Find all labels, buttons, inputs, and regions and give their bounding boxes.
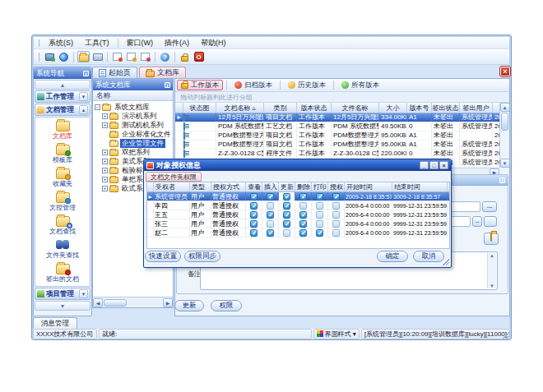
version-button-3[interactable]: 所有版本 [337, 80, 383, 90]
mail-archive-icon[interactable] [125, 51, 137, 62]
tab-home[interactable]: 起始页 [92, 67, 137, 78]
column-header[interactable]: 版本号 [407, 103, 432, 113]
permission-row[interactable]: 王五用户普通授权2009-6-4 0:00:009999-12-31 23:59… [147, 210, 449, 219]
scroll-right-icon[interactable]: ▶ [163, 298, 173, 307]
checked-checkbox[interactable] [267, 229, 274, 237]
expand-icon[interactable]: + [102, 122, 108, 128]
sidebar-item-1[interactable]: 模板库 [35, 145, 90, 168]
mail-new-icon[interactable] [111, 51, 123, 62]
unchecked-checkbox[interactable] [316, 211, 323, 219]
checked-checkbox[interactable] [316, 193, 323, 201]
checked-checkbox[interactable] [250, 229, 258, 237]
expand-icon[interactable]: + [102, 177, 108, 182]
ellipsis-button[interactable]: ... [482, 201, 497, 212]
version-button-2[interactable]: 历史版本 [284, 80, 330, 90]
scroll-down-icon[interactable]: ▼ [500, 159, 510, 168]
globe-icon[interactable] [58, 51, 70, 62]
expand-icon[interactable]: + [102, 159, 108, 164]
minimize-button[interactable]: _ [420, 161, 429, 169]
expand-icon[interactable]: + [102, 113, 108, 119]
column-header[interactable]: 打印 [312, 182, 328, 191]
column-header[interactable]: 查看 [246, 182, 262, 191]
mail-send-icon[interactable] [139, 51, 151, 62]
update-button[interactable]: 更新 [174, 300, 204, 311]
ok-button[interactable]: 确定 [377, 251, 408, 262]
version-button-0[interactable]: 工作版本 [177, 80, 223, 90]
scroll-up-icon[interactable]: ▲ [500, 103, 510, 112]
close-button[interactable]: × [439, 161, 448, 169]
unchecked-checkbox[interactable] [299, 202, 307, 210]
pin-icon[interactable] [499, 178, 505, 183]
unchecked-checkbox[interactable] [267, 202, 274, 210]
version-button-1[interactable]: 归档版本 [230, 80, 276, 90]
checked-checkbox[interactable] [316, 229, 323, 237]
table-vertical-scrollbar[interactable]: ▲▼ [499, 103, 509, 168]
menu-item[interactable]: 系统(S) [43, 37, 79, 49]
lock-icon[interactable] [179, 51, 191, 62]
unchecked-checkbox[interactable] [267, 220, 274, 228]
sidebar-group-project[interactable]: 项目管理▼ [35, 288, 90, 300]
checked-checkbox[interactable] [299, 229, 307, 237]
column-header[interactable]: 插入 [262, 182, 279, 191]
menu-item[interactable]: 插件(A) [159, 37, 195, 49]
sidebar-more-button[interactable]: ▼ [35, 301, 90, 311]
checked-checkbox[interactable] [283, 193, 290, 201]
tree-node[interactable]: +双把系列 [93, 148, 173, 157]
permission-sync-button[interactable]: 权限同步 [184, 251, 220, 262]
help-icon[interactable]: ? [159, 51, 171, 62]
checked-checkbox[interactable] [283, 220, 290, 228]
checked-checkbox[interactable] [250, 193, 258, 201]
tree-node[interactable]: +测试机机系列 [93, 121, 173, 130]
checked-checkbox[interactable] [299, 211, 307, 219]
expand-icon[interactable]: + [102, 168, 108, 173]
table-row[interactable]: PDM数据整理方案.doc项目文档工作版本PDM数据整理方案.doc95.00K… [175, 131, 509, 141]
tree-node[interactable]: +演示机系列 [93, 112, 173, 121]
permission-row[interactable]: 李四用户普通授权2009-6-4 0:00:009999-12-31 23:59… [147, 201, 449, 210]
unchecked-checkbox[interactable] [316, 202, 323, 210]
window-resize-grip[interactable] [502, 331, 509, 339]
collapse-icon[interactable]: − [95, 104, 100, 110]
message-management-tab[interactable]: 消息管理 [33, 317, 77, 329]
unchecked-checkbox[interactable] [332, 229, 340, 237]
folder-icon[interactable] [77, 51, 90, 62]
tree-node[interactable]: 企业管理文件 [93, 139, 173, 148]
sidebar-item-0[interactable]: 文档库 [35, 121, 90, 145]
table-row[interactable]: ▸12月5日万兴隆两行..项目文档工作版本12月5日万兴隆两行..334.00K… [175, 113, 509, 122]
column-header[interactable]: 授权 [328, 182, 345, 191]
dialog-resize-grip[interactable] [443, 259, 449, 265]
tree-column-header[interactable]: 名称 [93, 90, 173, 101]
note-scrollbar[interactable]: ▲▼ [487, 253, 496, 288]
column-header[interactable]: 受权者 [154, 182, 190, 191]
browse-button[interactable] [484, 216, 497, 227]
scroll-left-icon[interactable]: ◀ [93, 298, 103, 307]
checked-checkbox[interactable] [332, 193, 340, 201]
tree-horizontal-scrollbar[interactable]: ◀▶ [93, 297, 173, 307]
column-header[interactable]: 结束时间 [392, 182, 448, 191]
table-row[interactable]: PDM数据整理方案2.doc项目文档工作版本PDM数据整理方案2.doc95.0… [175, 141, 509, 150]
scroll-thumb[interactable] [501, 113, 508, 131]
column-header[interactable]: 大小 [379, 103, 407, 113]
checked-checkbox[interactable] [283, 202, 290, 210]
tab-library[interactable]: 文档库 [139, 67, 186, 78]
dialog-title-bar[interactable]: 对象授权信息 _ □ × [144, 159, 451, 171]
column-header[interactable]: 授权方式 [211, 182, 246, 191]
checked-checkbox[interactable] [250, 211, 258, 219]
sidebar-item-4[interactable]: 文档查找 [35, 216, 90, 240]
unchecked-checkbox[interactable] [316, 220, 323, 228]
checked-checkbox[interactable] [299, 220, 307, 228]
column-header[interactable]: 状态图 [183, 103, 216, 113]
sidebar-item-2[interactable]: 收藏夹 [35, 168, 90, 192]
expand-icon[interactable]: + [102, 150, 108, 155]
pin-icon[interactable] [83, 71, 89, 76]
workspace-icon[interactable] [91, 51, 104, 62]
chevron-down-icon[interactable]: ▼ [79, 92, 88, 101]
column-header[interactable]: 删除 [295, 182, 312, 191]
menu-item[interactable]: 工具(T) [79, 37, 115, 49]
table-row[interactable]: Z-Z-30-0128 C型TO程序文件工作版本Z-Z-30-0128 C型TO… [175, 150, 509, 159]
checked-checkbox[interactable] [250, 220, 258, 228]
open-folder-button[interactable] [484, 233, 499, 245]
unchecked-checkbox[interactable] [332, 211, 340, 219]
checked-checkbox[interactable] [267, 211, 274, 219]
pin-icon[interactable] [165, 82, 170, 88]
sidebar-item-3[interactable]: 文控管理 [35, 192, 90, 216]
